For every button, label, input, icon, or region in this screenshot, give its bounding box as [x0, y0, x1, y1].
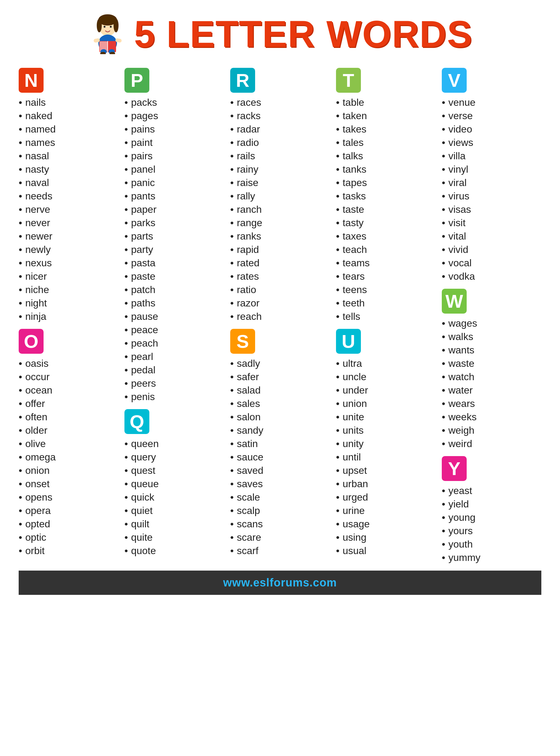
list-item: scare — [230, 531, 330, 544]
list-item: taste — [336, 203, 436, 216]
letter-badge-y: Y — [442, 456, 467, 481]
letter-badge-v: V — [442, 68, 467, 93]
list-item: uncle — [336, 370, 436, 384]
letter-badge-s: S — [230, 329, 255, 354]
list-item: olive — [19, 437, 118, 451]
list-item: ranks — [230, 230, 330, 243]
letter-badge-u: U — [336, 329, 361, 354]
list-item: taken — [336, 109, 436, 123]
list-item: rally — [230, 190, 330, 203]
list-item: takes — [336, 123, 436, 136]
list-item: unite — [336, 410, 436, 424]
list-item: often — [19, 410, 118, 424]
list-item: nexus — [19, 256, 118, 270]
list-item: peers — [124, 377, 224, 390]
list-item: sauce — [230, 451, 330, 464]
list-item: satin — [230, 437, 330, 451]
footer-website: www.eslforums.com — [19, 571, 541, 595]
list-item: onset — [19, 477, 118, 491]
list-item: quote — [124, 544, 224, 558]
col-r: Rracesracksradarradiorailsrainyraiserall… — [230, 68, 330, 564]
list-item: opera — [19, 504, 118, 517]
list-item: safer — [230, 370, 330, 384]
list-item: razor — [230, 297, 330, 310]
list-item: rated — [230, 256, 330, 270]
list-item: queen — [124, 437, 224, 451]
list-item: unity — [336, 437, 436, 451]
letter-badge-o: O — [19, 329, 43, 354]
list-item: ultra — [336, 357, 436, 370]
svg-point-4 — [104, 26, 105, 28]
list-item: weeks — [442, 410, 541, 424]
col-v: Vvenueversevideoviewsvillavinylviralviru… — [442, 68, 541, 564]
list-item: talks — [336, 149, 436, 163]
list-item: penis — [124, 390, 224, 403]
col-p: Ppackspagespainspaintpairspanelpanicpant… — [124, 68, 224, 564]
letter-badge-t: T — [336, 68, 361, 93]
list-item: racks — [230, 109, 330, 123]
list-item: naked — [19, 109, 118, 123]
list-item: young — [442, 511, 541, 524]
list-item: ninja — [19, 310, 118, 323]
list-item: peach — [124, 337, 224, 350]
list-item: needs — [19, 190, 118, 203]
list-item: night — [19, 297, 118, 310]
list-item: orbit — [19, 544, 118, 558]
list-item: tasty — [336, 216, 436, 230]
list-item: pains — [124, 123, 224, 136]
list-item: raise — [230, 176, 330, 190]
list-item: older — [19, 424, 118, 437]
list-item: rapid — [230, 243, 330, 256]
list-item: vodka — [442, 270, 541, 283]
list-item: youth — [442, 538, 541, 551]
list-item: races — [230, 96, 330, 109]
list-item: tears — [336, 270, 436, 283]
list-item: vivid — [442, 243, 541, 256]
list-item: scarf — [230, 544, 330, 558]
list-item: radio — [230, 136, 330, 149]
list-item: saved — [230, 464, 330, 477]
list-item: walks — [442, 330, 541, 343]
list-item: paste — [124, 270, 224, 283]
list-item: venue — [442, 96, 541, 109]
list-item: tales — [336, 136, 436, 149]
list-item: usual — [336, 544, 436, 558]
list-item: teams — [336, 256, 436, 270]
list-item: named — [19, 123, 118, 136]
list-item: union — [336, 397, 436, 410]
list-item: weird — [442, 437, 541, 451]
list-item: parks — [124, 216, 224, 230]
list-item: nicer — [19, 270, 118, 283]
list-item: pants — [124, 190, 224, 203]
list-item: rates — [230, 270, 330, 283]
list-item: rainy — [230, 163, 330, 176]
list-item: taxes — [336, 230, 436, 243]
list-item: query — [124, 451, 224, 464]
list-item: visas — [442, 203, 541, 216]
list-item: names — [19, 136, 118, 149]
list-item: until — [336, 451, 436, 464]
list-item: sandy — [230, 424, 330, 437]
word-list-u: ultrauncleunderunionuniteunitsunityuntil… — [336, 357, 436, 558]
list-item: yeast — [442, 484, 541, 497]
list-item: onion — [19, 464, 118, 477]
list-item: using — [336, 531, 436, 544]
list-item: quiet — [124, 504, 224, 517]
list-item: verse — [442, 109, 541, 123]
list-item: sales — [230, 397, 330, 410]
list-item: video — [442, 123, 541, 136]
list-item: panel — [124, 163, 224, 176]
list-item: never — [19, 216, 118, 230]
list-item: panic — [124, 176, 224, 190]
list-item: tapes — [336, 176, 436, 190]
list-item: units — [336, 424, 436, 437]
svg-point-5 — [110, 26, 112, 28]
list-item: weigh — [442, 424, 541, 437]
list-item: teach — [336, 243, 436, 256]
word-list-t: tabletakentakestalestalkstankstapestasks… — [336, 96, 436, 323]
list-item: wants — [442, 343, 541, 357]
list-item: rails — [230, 149, 330, 163]
list-item: ranch — [230, 203, 330, 216]
word-list-n: nailsnakednamednamesnasalnastynavalneeds… — [19, 96, 118, 323]
list-item: wages — [442, 317, 541, 330]
